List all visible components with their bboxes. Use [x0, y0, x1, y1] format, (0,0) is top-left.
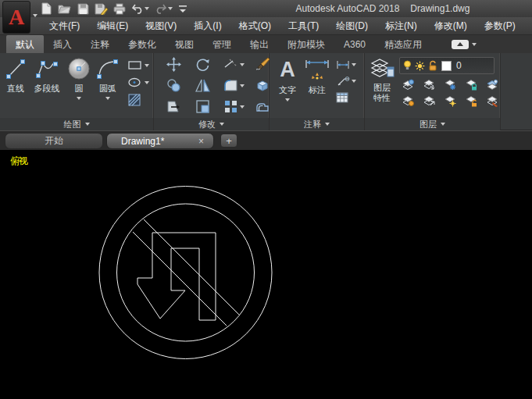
menu-dimension[interactable]: 标注(N)	[377, 17, 426, 35]
layer-dropdown[interactable]: 0	[399, 57, 495, 74]
layer-set-current-icon[interactable]	[423, 79, 436, 91]
trim-dropdown-icon[interactable]	[240, 63, 245, 66]
rotate-button[interactable]	[195, 57, 210, 72]
layer-on-icon[interactable]	[402, 95, 415, 107]
application-menu-button[interactable]: A	[2, 1, 30, 34]
offset-button[interactable]	[255, 99, 270, 114]
trim-button[interactable]	[223, 57, 245, 72]
text-button[interactable]: A 文字	[273, 53, 302, 118]
ellipse-button[interactable]	[127, 75, 149, 90]
application-menu-caret-icon[interactable]	[33, 14, 37, 17]
arc-button[interactable]: 圆弧	[93, 53, 123, 100]
array-dropdown-icon[interactable]	[240, 105, 245, 109]
layer-isolate-icon[interactable]	[402, 79, 415, 91]
panel-annotation-label[interactable]: 注释	[270, 118, 364, 130]
menu-view[interactable]: 视图(V)	[137, 17, 185, 35]
layer-color-swatch[interactable]	[441, 61, 452, 71]
layer-thaw-icon[interactable]	[444, 95, 457, 107]
copy-button[interactable]	[166, 78, 181, 93]
ribbon-tab-annotate[interactable]: 注释	[81, 35, 119, 53]
ribbon-tab-home[interactable]: 默认	[6, 35, 44, 53]
new-tab-button[interactable]: +	[220, 134, 237, 148]
redo-button[interactable]	[155, 3, 173, 14]
ribbon-tab-a360[interactable]: A360	[334, 35, 375, 53]
menu-parametric[interactable]: 参数(P)	[476, 17, 524, 35]
layer-walk-icon[interactable]	[423, 95, 436, 107]
scale-button[interactable]	[195, 99, 210, 114]
outer-circle[interactable]	[99, 187, 272, 359]
ribbon-tab-featured-apps[interactable]: 精选应用	[375, 35, 431, 53]
customize-qat-button[interactable]	[178, 3, 187, 14]
view-label[interactable]: 俯视	[10, 155, 27, 168]
collapse-options-caret-icon[interactable]	[472, 43, 477, 46]
ribbon-tab-view[interactable]: 视图	[166, 35, 203, 53]
file-tab-start[interactable]: 开始	[5, 133, 103, 149]
arc-dropdown-icon[interactable]	[105, 97, 110, 100]
ribbon-collapse-button[interactable]	[452, 35, 477, 53]
leader-button[interactable]	[336, 73, 356, 88]
ribbon-tab-manage[interactable]: 管理	[203, 35, 241, 53]
rectangle-dropdown-icon[interactable]	[145, 64, 149, 67]
circle-dropdown-icon[interactable]	[77, 97, 81, 100]
menu-format[interactable]: 格式(O)	[230, 17, 280, 35]
layer-freeze-icon[interactable]	[444, 79, 457, 91]
inner-circle[interactable]	[117, 204, 255, 341]
layer-on-bulb-icon[interactable]	[403, 60, 412, 71]
ribbon-tab-addins[interactable]: 附加模块	[278, 35, 334, 53]
text-dropdown-icon[interactable]	[285, 98, 290, 102]
line-button[interactable]: 直线	[2, 53, 29, 94]
fillet-button[interactable]	[223, 78, 245, 93]
panel-modify-label[interactable]: 修改	[154, 118, 269, 130]
mirror-button[interactable]	[195, 78, 210, 93]
stretch-icon	[166, 99, 181, 114]
linear-dimension-button[interactable]	[336, 57, 356, 72]
layer-freeze-sun-icon[interactable]	[415, 61, 425, 71]
file-tab-drawing1[interactable]: Drawing1* ×	[106, 133, 214, 149]
layer-lock-icon[interactable]	[428, 60, 438, 71]
layer-delete-icon[interactable]	[486, 95, 499, 107]
move-button[interactable]	[166, 57, 181, 72]
menu-insert[interactable]: 插入(I)	[185, 17, 230, 35]
polyline-button[interactable]: 多段线	[29, 53, 65, 94]
menu-tools[interactable]: 工具(T)	[280, 17, 327, 35]
plot-button[interactable]	[113, 3, 126, 15]
layer-lock-tool-icon[interactable]	[465, 79, 478, 91]
panel-draw-label[interactable]: 绘图	[0, 118, 153, 130]
array-button[interactable]	[223, 99, 245, 114]
layer-unlock-icon[interactable]	[465, 95, 478, 107]
open-file-button[interactable]	[58, 3, 72, 15]
close-tab-icon[interactable]: ×	[197, 136, 205, 147]
erase-button[interactable]	[255, 57, 270, 72]
slash-line-1[interactable]	[133, 232, 227, 326]
drawing-canvas[interactable]: 俯视	[0, 150, 532, 399]
linear-dimension-dropdown-icon[interactable]	[352, 63, 356, 66]
ribbon-tab-parametric[interactable]: 参数化	[119, 35, 166, 53]
explode-button[interactable]	[255, 78, 270, 93]
menu-edit[interactable]: 编辑(E)	[88, 17, 137, 35]
ellipse-dropdown-icon[interactable]	[145, 81, 149, 84]
new-file-button[interactable]	[41, 2, 52, 15]
ribbon-tab-insert[interactable]: 插入	[44, 35, 81, 53]
slash-line-2[interactable]	[144, 219, 239, 315]
u-turn-arrow[interactable]	[137, 233, 216, 320]
rectangle-button[interactable]	[127, 58, 149, 73]
menu-modify[interactable]: 修改(M)	[426, 17, 476, 35]
save-button[interactable]	[77, 3, 89, 15]
layer-match-icon[interactable]	[486, 79, 499, 91]
table-button[interactable]	[336, 90, 356, 105]
hatch-button[interactable]	[127, 92, 149, 107]
leader-dropdown-icon[interactable]	[352, 80, 356, 83]
ribbon-tab-output[interactable]: 输出	[241, 35, 278, 53]
redo-dropdown-icon[interactable]	[168, 7, 173, 10]
circle-button[interactable]: 圆	[65, 53, 93, 100]
dimension-button[interactable]: 标注	[302, 53, 333, 118]
undo-button[interactable]	[131, 3, 149, 14]
menu-draw[interactable]: 绘图(D)	[327, 17, 377, 35]
menu-file[interactable]: 文件(F)	[41, 17, 88, 35]
panel-layers-label[interactable]: 图层	[365, 118, 500, 130]
layer-properties-button[interactable]: 图层 特性	[365, 53, 399, 118]
save-as-button[interactable]	[95, 3, 108, 15]
undo-dropdown-icon[interactable]	[145, 7, 149, 10]
stretch-button[interactable]	[166, 99, 181, 114]
fillet-dropdown-icon[interactable]	[240, 84, 245, 87]
